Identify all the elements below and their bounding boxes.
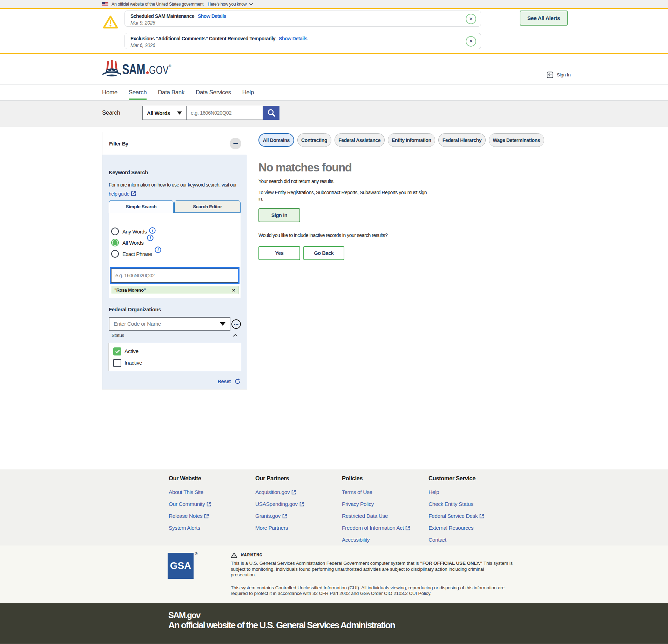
svg-text:i: i [152, 228, 153, 233]
svg-text:GOV: GOV [149, 63, 169, 76]
svg-text:i: i [150, 236, 151, 240]
svg-text:SAM: SAM [122, 61, 145, 77]
svg-text:®: ® [169, 64, 171, 68]
svg-text:i: i [157, 248, 159, 252]
